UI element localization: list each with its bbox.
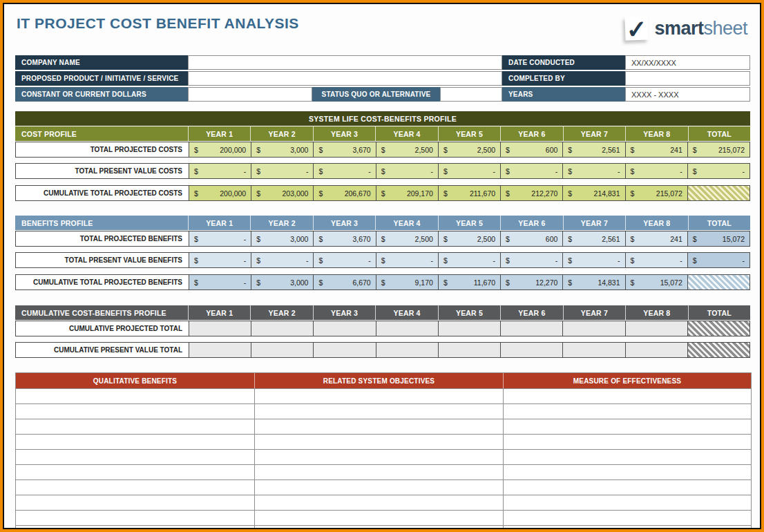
money-cell[interactable]: $- [376, 164, 438, 178]
money-cell[interactable]: $2,500 [438, 142, 500, 157]
money-cell[interactable] [500, 343, 562, 357]
input-cell[interactable] [254, 435, 503, 449]
money-cell[interactable]: $11,670 [438, 275, 500, 289]
money-cell[interactable]: $241 [625, 231, 687, 246]
money-cell[interactable]: $- [687, 253, 749, 267]
money-cell[interactable]: $15,072 [625, 275, 687, 289]
input-cell[interactable] [503, 450, 751, 464]
money-cell[interactable]: $2,561 [562, 231, 624, 246]
money-cell[interactable]: $215,072 [687, 142, 749, 157]
money-cell[interactable] [251, 321, 313, 336]
money-cell[interactable] [189, 321, 251, 336]
money-cell[interactable]: $- [438, 253, 500, 267]
money-cell[interactable]: $14,831 [562, 275, 624, 289]
input-cell[interactable] [254, 511, 503, 525]
money-cell[interactable]: $212,270 [500, 186, 562, 200]
money-cell[interactable]: $15,072 [687, 231, 749, 246]
money-cell[interactable]: $- [625, 253, 687, 267]
input-cell[interactable] [503, 495, 751, 510]
money-cell[interactable]: $- [313, 253, 375, 267]
money-cell[interactable]: $- [189, 231, 251, 246]
money-cell[interactable] [438, 321, 500, 336]
money-cell[interactable]: $- [189, 275, 251, 289]
money-cell[interactable]: $214,831 [562, 186, 624, 200]
money-cell[interactable] [438, 343, 500, 357]
input-cell[interactable] [503, 435, 751, 449]
money-cell[interactable] [313, 321, 375, 336]
money-cell[interactable]: $- [562, 164, 624, 178]
money-cell[interactable]: $- [313, 164, 375, 178]
money-cell[interactable] [625, 321, 687, 336]
completed-by-input[interactable] [625, 71, 750, 86]
input-cell[interactable] [16, 404, 254, 419]
input-cell[interactable] [16, 495, 254, 510]
proposed-product-input[interactable] [188, 71, 502, 86]
input-cell[interactable] [16, 480, 254, 495]
money-cell[interactable]: $200,000 [189, 186, 251, 200]
input-cell[interactable] [16, 435, 254, 449]
input-cell[interactable] [254, 480, 503, 495]
input-cell[interactable] [254, 389, 503, 403]
money-cell[interactable]: $12,270 [500, 275, 562, 289]
money-cell[interactable] [189, 343, 251, 357]
money-cell[interactable]: $3,670 [313, 231, 375, 246]
years-input[interactable]: XXXX - XXXX [625, 87, 750, 102]
money-cell[interactable]: $3,000 [251, 275, 313, 289]
money-cell[interactable] [562, 321, 624, 336]
company-name-input[interactable] [188, 55, 502, 70]
input-cell[interactable] [503, 526, 751, 529]
money-cell[interactable]: $3,000 [251, 142, 313, 157]
money-cell[interactable]: $215,072 [625, 186, 687, 200]
money-cell[interactable]: $- [687, 164, 749, 178]
money-cell[interactable]: $211,670 [438, 186, 500, 200]
money-cell[interactable]: $9,170 [376, 275, 438, 289]
money-cell[interactable]: $3,670 [313, 142, 375, 157]
date-conducted-input[interactable]: XX/XX/XXXX [625, 55, 750, 70]
money-cell[interactable]: $- [500, 164, 562, 178]
money-cell[interactable] [625, 343, 687, 357]
money-cell[interactable]: $- [438, 164, 500, 178]
money-cell[interactable]: $6,670 [313, 275, 375, 289]
input-cell[interactable] [16, 526, 254, 529]
input-cell[interactable] [503, 419, 751, 434]
input-cell[interactable] [503, 404, 751, 419]
input-cell[interactable] [503, 389, 751, 403]
input-cell[interactable] [503, 465, 751, 479]
input-cell[interactable] [503, 511, 751, 525]
money-cell[interactable]: $600 [500, 142, 562, 157]
money-cell[interactable] [251, 343, 313, 357]
money-cell[interactable]: $- [189, 164, 251, 178]
input-cell[interactable] [16, 450, 254, 464]
money-cell[interactable]: $3,000 [251, 231, 313, 246]
money-cell[interactable] [376, 321, 438, 336]
money-cell[interactable] [313, 343, 375, 357]
money-cell[interactable]: $209,170 [376, 186, 438, 200]
constant-dollars-input[interactable] [188, 87, 312, 102]
money-cell[interactable]: $600 [500, 231, 562, 246]
money-cell[interactable]: $2,500 [438, 231, 500, 246]
money-cell[interactable]: $203,000 [251, 186, 313, 200]
money-cell[interactable]: $2,500 [376, 231, 438, 246]
money-cell[interactable]: $241 [625, 142, 687, 157]
money-cell[interactable]: $- [625, 164, 687, 178]
money-cell[interactable]: $- [251, 164, 313, 178]
input-cell[interactable] [16, 389, 254, 403]
input-cell[interactable] [254, 465, 503, 479]
input-cell[interactable] [16, 511, 254, 525]
money-cell[interactable]: $200,000 [189, 142, 251, 157]
input-cell[interactable] [16, 465, 254, 479]
money-cell[interactable]: $- [376, 253, 438, 267]
money-cell[interactable] [500, 321, 562, 336]
input-cell[interactable] [503, 480, 751, 495]
money-cell[interactable] [562, 343, 624, 357]
input-cell[interactable] [254, 450, 503, 464]
money-cell[interactable]: $206,670 [313, 186, 375, 200]
input-cell[interactable] [254, 495, 503, 510]
money-cell[interactable]: $2,500 [376, 142, 438, 157]
money-cell[interactable] [376, 343, 438, 357]
input-cell[interactable] [254, 526, 503, 529]
input-cell[interactable] [16, 419, 254, 434]
input-cell[interactable] [254, 404, 503, 419]
input-cell[interactable] [254, 419, 503, 434]
money-cell[interactable]: $- [562, 253, 624, 267]
